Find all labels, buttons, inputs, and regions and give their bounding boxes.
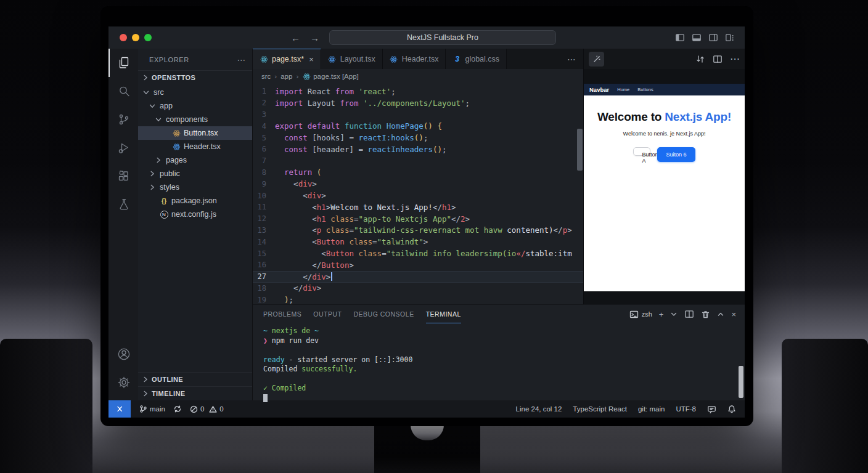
tab-header-tsx[interactable]: Header.tsx [383, 49, 446, 69]
activity-testing[interactable] [108, 190, 138, 219]
tree-item-pages[interactable]: pages [138, 153, 252, 167]
toggle-sidebar-icon[interactable] [675, 33, 685, 42]
activity-bar [108, 49, 138, 400]
open-editors-section[interactable]: OPENSTTOS [138, 70, 252, 84]
react-icon [260, 55, 268, 63]
panel-tab-problems[interactable]: PROBLEMS [263, 305, 301, 323]
code-line[interactable]: 27 </div> [253, 271, 583, 283]
back-button[interactable]: ← [291, 33, 300, 43]
activity-run-debug[interactable] [108, 134, 138, 162]
close-panel-icon[interactable]: × [731, 310, 736, 319]
maximize-panel-icon[interactable] [717, 310, 724, 318]
breadcrumb-item-page-tsx-app[interactable]: page.tsx [App] [302, 73, 359, 81]
code-line[interactable]: 15 <Button class="tailwind info leadersi… [253, 248, 583, 259]
code-line[interactable]: 5 const [hooks] = reactI:hooks(); [253, 132, 583, 144]
preview-button-suiton-6[interactable]: Suiton 6 [657, 147, 695, 162]
activity-account[interactable] [108, 340, 138, 368]
close-window-button[interactable] [120, 34, 127, 41]
tab-global-css[interactable]: 3global.css [446, 49, 507, 69]
tab-page-tsx[interactable]: page.tsx*× [253, 49, 321, 69]
tree-item-button-tsx[interactable]: Button.tsx [138, 126, 252, 140]
code-line[interactable]: 11 <h1>Welcom to Next.js App!</h1> [253, 201, 583, 213]
code-line[interactable]: 7 [253, 155, 583, 167]
breadcrumb-item-src[interactable]: src [261, 73, 271, 80]
activity-extensions[interactable] [108, 162, 138, 190]
terminal-line: ✓ Compiled [263, 384, 745, 394]
code-line[interactable]: 3 [253, 109, 583, 121]
sync-icon[interactable] [173, 405, 182, 413]
code-line[interactable]: 10 <div> [253, 190, 583, 201]
toggle-secondary-sidebar-icon[interactable] [708, 33, 718, 42]
language-mode[interactable]: TypeScript React [573, 405, 627, 413]
remote-indicator[interactable] [108, 400, 131, 418]
preview-button-button-a[interactable]: Button A [633, 147, 650, 156]
forward-button[interactable]: → [310, 33, 319, 43]
activity-explorer[interactable] [108, 49, 138, 77]
code-editor[interactable]: 1import React from 'react';2import Layou… [253, 84, 583, 304]
code-line[interactable]: 14 <Button class="talwindt"> [253, 236, 583, 248]
tree-item-next-config-js[interactable]: Nnext.config.js [138, 208, 252, 221]
code-line[interactable]: 2import Layout from '../components/Layou… [253, 97, 583, 109]
minimize-window-button[interactable] [132, 34, 139, 41]
code-line[interactable]: 8 return ( [253, 167, 583, 179]
breadcrumb-item-app[interactable]: app [280, 73, 292, 80]
terminal-output[interactable]: ~ nextjs de ~❯ npm run devready - starte… [253, 323, 745, 403]
close-icon[interactable]: × [309, 55, 314, 64]
code-line[interactable]: 1import React from 'react'; [253, 86, 583, 97]
activity-search[interactable] [108, 77, 138, 105]
new-terminal-icon[interactable]: + [659, 310, 664, 319]
code-line[interactable]: 19 ); [253, 294, 583, 304]
code-line[interactable]: 4export default function HomePage() { [253, 120, 583, 132]
cursor-position[interactable]: Line 24, col 12 [516, 405, 562, 413]
git-status[interactable]: git: main [638, 405, 665, 413]
code-line[interactable]: 6 const [heaader] = reactInheaders(); [253, 144, 583, 155]
code-line[interactable]: 13 <p class="tailwind-css-revernact mot … [253, 225, 583, 236]
tree-item-header-tsx[interactable]: Header.tsx [138, 140, 252, 153]
tree-item-styles[interactable]: styles [138, 180, 252, 194]
sidebar-more-actions-icon[interactable]: ⋯ [237, 55, 246, 65]
terminal-dropdown-icon[interactable] [670, 310, 678, 318]
terminal-line: ❯ npm run dev [263, 336, 745, 346]
timeline-section[interactable]: TIMELINE [138, 386, 252, 400]
line-number: 9 [253, 180, 275, 188]
activity-source-control[interactable] [108, 105, 138, 134]
activity-settings[interactable] [108, 368, 138, 397]
preview-tab-icon[interactable] [589, 52, 604, 67]
code-line[interactable]: 9 <div> [253, 178, 583, 190]
editor-scrollbar[interactable] [577, 129, 583, 171]
tree-item-src[interactable]: src [138, 86, 252, 99]
compare-changes-icon[interactable] [695, 54, 705, 64]
panel-tab-output[interactable]: OUTPUT [313, 305, 342, 323]
panel-tab-terminal[interactable]: TERMINAL [426, 305, 461, 323]
code-line[interactable]: 16 </Button> [253, 259, 583, 271]
customize-layout-icon[interactable] [725, 33, 735, 42]
preview-nav-link-home[interactable]: Home [617, 87, 629, 92]
window-title: NextJS Fullstack Pro [407, 33, 478, 42]
preview-more-actions-icon[interactable]: ⋯ [730, 53, 740, 65]
git-branch-item[interactable]: main [139, 405, 165, 413]
tab-layout-tsx[interactable]: Layout.tsx [321, 49, 383, 69]
code-line[interactable]: 12 <h1 class="app-to Nextcjs App"</2> [253, 213, 583, 225]
outline-section[interactable]: OUTLINE [138, 372, 252, 386]
panel-scrollbar[interactable] [739, 366, 743, 398]
split-terminal-icon[interactable] [684, 309, 694, 319]
panel-tab-debug-console[interactable]: DEBUG CONSOLE [354, 305, 414, 323]
preview-nav-link-buttons[interactable]: Buttons [637, 87, 653, 92]
encoding[interactable]: UTF-8 [676, 405, 696, 413]
problems-item[interactable]: 0 0 [190, 405, 224, 413]
command-center-search[interactable]: NextJS Fullstack Pro [329, 30, 556, 45]
kill-terminal-icon[interactable] [701, 310, 710, 319]
shell-selector[interactable]: zsh [629, 310, 652, 319]
tabs-more-actions-icon[interactable]: ⋯ [560, 54, 583, 64]
tree-item-public[interactable]: public [138, 167, 252, 180]
split-editor-icon[interactable] [713, 54, 723, 64]
code-line[interactable]: 18 </div> [253, 283, 583, 294]
line-number: 4 [253, 122, 275, 131]
tree-item-package-json[interactable]: {}package.json [138, 194, 252, 208]
feedback-icon[interactable] [707, 405, 716, 414]
zoom-window-button[interactable] [144, 34, 152, 41]
toggle-panel-icon[interactable] [692, 33, 702, 42]
tree-item-app[interactable]: app [138, 99, 252, 113]
notifications-bell-icon[interactable] [727, 405, 736, 413]
tree-item-components[interactable]: components [138, 113, 252, 126]
